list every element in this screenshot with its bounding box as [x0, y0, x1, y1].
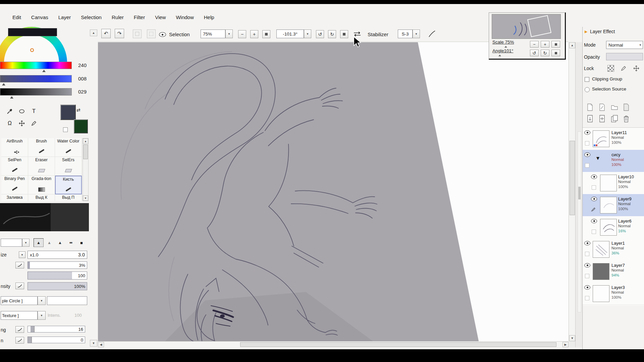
layer-row-layer1[interactable]: Layer1 Normal 36%	[583, 238, 644, 261]
layer-list-scroll-thumb[interactable]	[578, 187, 581, 199]
new-folder-icon[interactable]	[611, 104, 618, 111]
brush-shape-extra-box[interactable]	[47, 296, 87, 305]
visibility-eye-icon[interactable]	[584, 285, 590, 290]
navigator-angle-label[interactable]: Angle101°	[492, 48, 513, 53]
zoom-reset-button[interactable]	[262, 30, 270, 38]
background-color-swatch[interactable]	[74, 119, 88, 133]
lock-move-icon[interactable]	[633, 65, 640, 72]
size-dropdown-icon[interactable]: ▼	[19, 251, 25, 258]
menu-help[interactable]: Help	[199, 13, 219, 22]
tool-brush[interactable]: Brush	[28, 138, 55, 157]
tool-gradation[interactable]: Grada-tion	[28, 176, 55, 194]
tool-vyd-p[interactable]: Выд П	[55, 194, 82, 201]
stroke-style-icon[interactable]	[427, 29, 437, 39]
canvas-hscroll-thumb[interactable]	[240, 342, 556, 347]
shape-soft-triangle-button[interactable]: ▲	[34, 238, 44, 247]
menu-layer[interactable]: Layer	[53, 13, 76, 22]
tool-water-color[interactable]: Water Color	[55, 138, 82, 157]
canvas-scroll-up-icon[interactable]: ▲	[569, 42, 575, 48]
layer-row-layer7[interactable]: Layer7 Normal 94%	[583, 260, 644, 283]
pen-tool-button[interactable]	[29, 119, 39, 128]
value-slider-marker[interactable]	[10, 96, 13, 99]
visibility-eye-icon[interactable]	[584, 153, 590, 157]
canvas-hscrollbar[interactable]: ◀ ▶	[98, 341, 569, 347]
tool-zalivka[interactable]: Заливка	[1, 194, 28, 201]
canvas-drawing[interactable]	[98, 42, 569, 341]
spread-slider[interactable]: 100	[28, 272, 87, 280]
stamp-tool-button[interactable]	[17, 107, 27, 116]
shape-medium-triangle-button[interactable]: ▲	[44, 238, 54, 247]
rotation-angle-combo[interactable]: -101.3°	[276, 29, 304, 38]
blend-mode-combo[interactable]: Normal ▼	[606, 41, 643, 49]
menu-filter[interactable]: Filter	[129, 13, 150, 22]
lasso-tool-button[interactable]: Ω	[5, 119, 15, 128]
layer-row-layer11[interactable]: Layer11 Normal 100%	[583, 128, 644, 150]
size-field[interactable]: x1.0 3.0	[28, 251, 87, 259]
navigator-rotate-ccw-button[interactable]: ↺	[530, 50, 539, 56]
color-wheel-marker[interactable]	[30, 48, 34, 52]
dilution-curve-button[interactable]	[15, 337, 24, 344]
brush-shape-dropdown-icon[interactable]: ▼	[38, 296, 46, 305]
menu-ruler[interactable]: Ruler	[107, 13, 129, 22]
menu-window[interactable]: Window	[171, 13, 199, 22]
menu-canvas[interactable]: Canvas	[26, 13, 53, 22]
selection-source-radio[interactable]	[585, 87, 590, 92]
layer-row-layer10[interactable]: Layer10 Normal 100%	[583, 172, 644, 194]
navigator-zoom-in-button[interactable]: +	[541, 41, 549, 48]
density-curve-button[interactable]	[15, 283, 24, 289]
canvas-vscrollbar[interactable]: ▲ ▼	[569, 42, 575, 341]
minsize-curve-button[interactable]	[15, 262, 24, 268]
layer-row-layer3[interactable]: Layer3 Normal 100%	[583, 283, 644, 305]
redo-button[interactable]: ↷	[115, 29, 124, 38]
canvas-scroll-left-icon[interactable]: ◀	[98, 342, 104, 347]
rotate-ccw-button[interactable]: ↺	[316, 30, 324, 38]
menu-selection[interactable]: Selection	[76, 13, 107, 22]
navigator-rotate-reset-button[interactable]	[551, 50, 560, 56]
tool-binary-pen[interactable]: Binary Pen	[1, 176, 28, 194]
folder-expand-icon[interactable]: ▼	[595, 155, 600, 161]
eyedropper-tool-button[interactable]	[5, 107, 15, 116]
lock-pen-icon[interactable]	[620, 65, 627, 72]
visibility-eye-icon[interactable]	[591, 219, 597, 223]
hue-slider[interactable]	[0, 62, 72, 69]
canvas-vscroll-thumb[interactable]	[570, 141, 575, 215]
shape-flat-button[interactable]: ■	[64, 240, 78, 246]
zoom-combo[interactable]: 75%	[201, 29, 225, 38]
clipping-group-checkbox[interactable]	[585, 77, 589, 82]
brush-edge-combo[interactable]	[1, 239, 22, 247]
transfer-down-icon[interactable]	[587, 115, 593, 123]
tool-airbrush[interactable]: AirBrush	[1, 138, 28, 157]
canvas-scroll-right-icon[interactable]: ▶	[562, 342, 569, 347]
visibility-eye-icon[interactable]	[584, 130, 590, 135]
dilution-slider-thumb[interactable]	[28, 337, 32, 343]
layer-list-scrollbar[interactable]	[578, 131, 581, 312]
lock-transparency-icon[interactable]	[607, 65, 614, 72]
texture-name-box[interactable]: Texture ]	[1, 311, 38, 320]
rotate-reset-button[interactable]	[340, 30, 348, 38]
foreground-color-swatch[interactable]	[60, 105, 76, 120]
zoom-dropdown-icon[interactable]: ▼	[225, 29, 233, 38]
panel-divider[interactable]	[575, 42, 582, 347]
navigator-rotate-cw-button[interactable]: ↻	[541, 50, 549, 56]
saturation-slider-marker[interactable]	[2, 83, 5, 85]
left-panel-scroll-down-icon[interactable]: ▼	[90, 340, 97, 347]
brush-shape-name-box[interactable]: ple Circle ]	[1, 296, 38, 305]
canvas-scroll-down-icon[interactable]: ▼	[569, 335, 575, 341]
navigator-zoom-reset-button[interactable]	[551, 41, 560, 48]
selection-visibility-eye-icon[interactable]	[159, 32, 166, 37]
tool-eraser[interactable]: Eraser	[28, 157, 55, 176]
new-sketch-layer-icon[interactable]	[599, 103, 605, 111]
text-tool-button[interactable]: T	[29, 107, 39, 116]
menu-edit[interactable]: Edit	[7, 13, 26, 22]
navigator-scale-label[interactable]: Scale 75%	[492, 40, 514, 45]
swap-colors-icon[interactable]: ⇄	[76, 107, 80, 113]
tool-grid-scroll-down-icon[interactable]: ▼	[83, 195, 88, 201]
visibility-eye-icon[interactable]	[591, 175, 597, 179]
left-panel-scroll-up-icon[interactable]: ▲	[90, 29, 97, 36]
swatch-toggle-checkbox[interactable]	[63, 127, 68, 132]
saturation-slider[interactable]	[0, 75, 72, 82]
rotate-cw-button[interactable]: ↻	[328, 30, 336, 38]
new-layer-icon[interactable]	[587, 103, 593, 111]
hue-slider-marker[interactable]	[42, 70, 46, 72]
layer-row-sisu-folder[interactable]: ▼ сису Normal 100%	[583, 150, 644, 172]
